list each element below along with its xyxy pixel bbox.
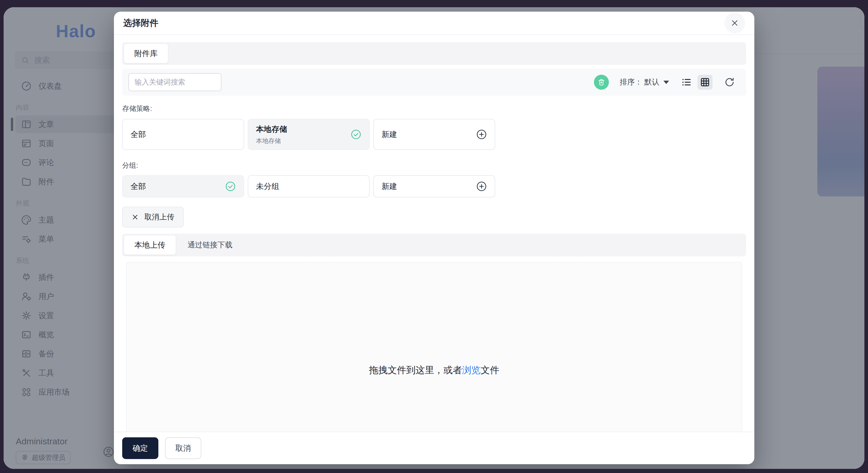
plus-circle-icon: [476, 181, 487, 192]
dropzone-text: 拖拽文件到这里，或者浏览文件: [369, 364, 499, 377]
close-icon: [730, 18, 739, 28]
app-window: Halo 搜索 ⌘K 仪表盘 内容 文章: [4, 7, 864, 469]
sort-value: 默认: [644, 77, 659, 87]
upload-tabbar: 本地上传 通过链接下载: [122, 234, 746, 257]
group-card-ungrouped[interactable]: 未分组: [248, 175, 370, 198]
group-card-all[interactable]: 全部: [122, 175, 244, 198]
group-label: 分组:: [122, 161, 746, 170]
policy-card-local[interactable]: 本地存储 本地存储: [248, 119, 370, 150]
upload-dropzone[interactable]: 拖拽文件到这里，或者浏览文件: [126, 262, 742, 432]
list-icon: [681, 77, 692, 88]
toolbar-actions: 排序： 默认: [594, 75, 735, 90]
browse-files-link[interactable]: 浏览: [462, 365, 481, 375]
check-circle-icon: [225, 181, 236, 192]
close-icon: [131, 213, 139, 221]
keyword-search-input[interactable]: [128, 73, 221, 91]
policy-card-new[interactable]: 新建: [373, 119, 495, 150]
sort-label: 排序：: [620, 77, 642, 87]
list-view-button[interactable]: [681, 77, 692, 88]
library-toolbar: 排序： 默认: [122, 69, 746, 96]
grid-icon: [700, 77, 710, 87]
modal-header: 选择附件: [114, 11, 754, 35]
screen: Halo 搜索 ⌘K 仪表盘 内容 文章: [0, 0, 868, 473]
group-cards: 全部 未分组 新建: [122, 175, 746, 198]
group-card-new[interactable]: 新建: [373, 175, 495, 198]
tab-remote-download[interactable]: 通过链接下载: [176, 240, 244, 250]
confirm-button[interactable]: 确定: [122, 437, 158, 459]
refresh-icon: [724, 77, 735, 87]
modal-body: 附件库 排序： 默认: [114, 35, 754, 432]
cancel-button[interactable]: 取消: [165, 437, 201, 459]
sort-dropdown[interactable]: 排序： 默认: [620, 77, 669, 87]
refresh-button[interactable]: [724, 77, 735, 87]
library-tabbar: 附件库: [122, 42, 746, 65]
grid-view-button[interactable]: [698, 75, 712, 90]
chevron-down-icon: [663, 81, 669, 84]
attachment-select-modal: 选择附件 附件库 排序：: [114, 11, 754, 464]
plus-circle-icon: [476, 129, 487, 140]
tab-local-upload[interactable]: 本地上传: [124, 235, 176, 255]
check-circle-icon: [350, 129, 362, 140]
storage-policy-cards: 全部 本地存储 本地存储 新建: [122, 119, 746, 150]
tab-attachment-library[interactable]: 附件库: [124, 44, 168, 63]
storage-policy-label: 存储策略:: [122, 104, 746, 113]
modal-title: 选择附件: [123, 17, 158, 29]
recycle-bin-toggle[interactable]: [594, 75, 609, 90]
cancel-upload-button[interactable]: 取消上传: [122, 207, 184, 228]
close-button[interactable]: [724, 13, 745, 33]
policy-card-all[interactable]: 全部: [122, 119, 244, 150]
trash-icon: [597, 78, 606, 86]
modal-footer: 确定 取消: [114, 432, 754, 464]
